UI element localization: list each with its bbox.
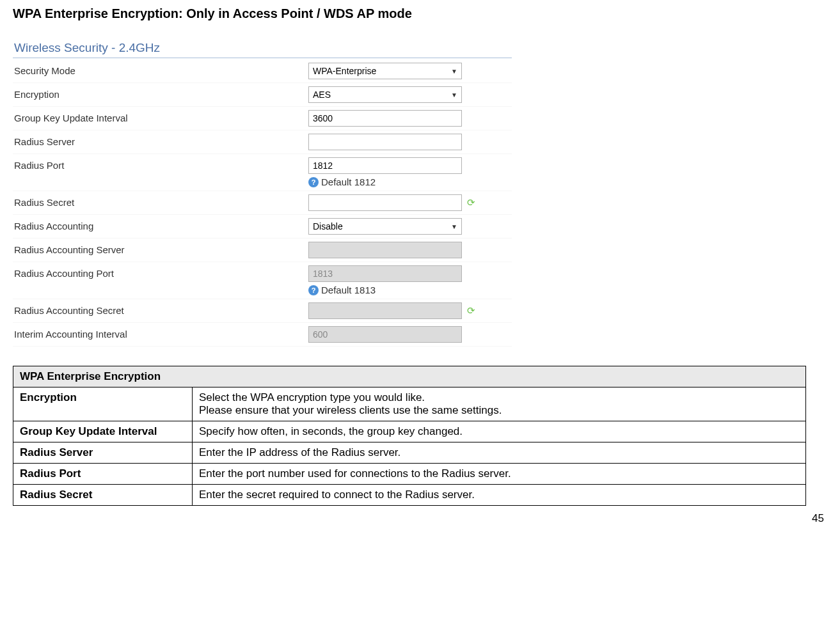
- encryption-label: Encryption: [14, 86, 308, 100]
- refresh-icon[interactable]: ⟳: [467, 197, 475, 208]
- desc-text: Enter the secret required to connect to …: [193, 485, 806, 506]
- page-title: WPA Enterprise Encryption: Only in Acces…: [13, 6, 827, 21]
- ra-port-hint-text: Default 1813: [321, 285, 376, 295]
- desc-text: Enter the IP address of the Radius serve…: [193, 442, 806, 464]
- desc-label: Radius Port: [13, 464, 193, 485]
- ra-port-input: [308, 265, 462, 282]
- help-icon: ?: [308, 285, 319, 295]
- radius-server-input[interactable]: [308, 134, 462, 150]
- desc-label: Radius Server: [13, 442, 193, 464]
- radius-secret-label: Radius Secret: [14, 194, 308, 208]
- desc-label: Encryption: [13, 387, 193, 421]
- table-row: Radius Server Enter the IP address of th…: [13, 442, 806, 464]
- refresh-icon[interactable]: ⟳: [467, 305, 475, 317]
- radius-server-label: Radius Server: [14, 134, 308, 147]
- interim-input: [308, 326, 462, 343]
- table-row: Radius Secret Enter the secret required …: [13, 485, 806, 506]
- page-number: 45: [13, 512, 827, 525]
- desc-label: Radius Secret: [13, 485, 193, 506]
- desc-label: Group Key Update Interval: [13, 421, 193, 442]
- table-row: Encryption Select the WPA encryption typ…: [13, 387, 806, 421]
- ra-port-hint: ? Default 1813: [308, 285, 511, 295]
- ra-server-input: [308, 242, 462, 258]
- radius-port-label: Radius Port: [14, 157, 308, 171]
- table-row: Group Key Update Interval Specify how of…: [13, 421, 806, 442]
- ra-server-label: Radius Accounting Server: [14, 242, 308, 255]
- description-table: WPA Enterprise Encryption Encryption Sel…: [13, 366, 806, 506]
- desc-text: Select the WPA encryption type you would…: [193, 387, 806, 421]
- interim-label: Interim Accounting Interval: [14, 326, 308, 340]
- help-icon: ?: [308, 177, 319, 187]
- desc-text: Enter the port number used for connectio…: [193, 464, 806, 485]
- radius-port-hint: ? Default 1812: [308, 176, 511, 187]
- radius-accounting-select[interactable]: Disable: [308, 218, 462, 235]
- encryption-select[interactable]: AES: [308, 86, 462, 103]
- ra-secret-label: Radius Accounting Secret: [14, 302, 308, 316]
- desc-table-header: WPA Enterprise Encryption: [13, 366, 806, 387]
- radius-port-hint-text: Default 1812: [321, 176, 376, 187]
- radius-accounting-label: Radius Accounting: [14, 218, 308, 231]
- radius-port-input[interactable]: [308, 157, 462, 174]
- security-mode-select[interactable]: WPA-Enterprise: [308, 63, 462, 79]
- wireless-security-panel: Wireless Security - 2.4GHz Security Mode…: [13, 37, 512, 347]
- security-mode-label: Security Mode: [14, 63, 308, 76]
- gku-interval-input[interactable]: [308, 110, 462, 127]
- ra-secret-input: [308, 302, 462, 319]
- ra-port-label: Radius Accounting Port: [14, 265, 308, 279]
- panel-title: Wireless Security - 2.4GHz: [13, 37, 512, 58]
- desc-text: Specify how often, in seconds, the group…: [193, 421, 806, 442]
- table-row: Radius Port Enter the port number used f…: [13, 464, 806, 485]
- gku-interval-label: Group Key Update Interval: [14, 110, 308, 123]
- radius-secret-input[interactable]: [308, 194, 462, 211]
